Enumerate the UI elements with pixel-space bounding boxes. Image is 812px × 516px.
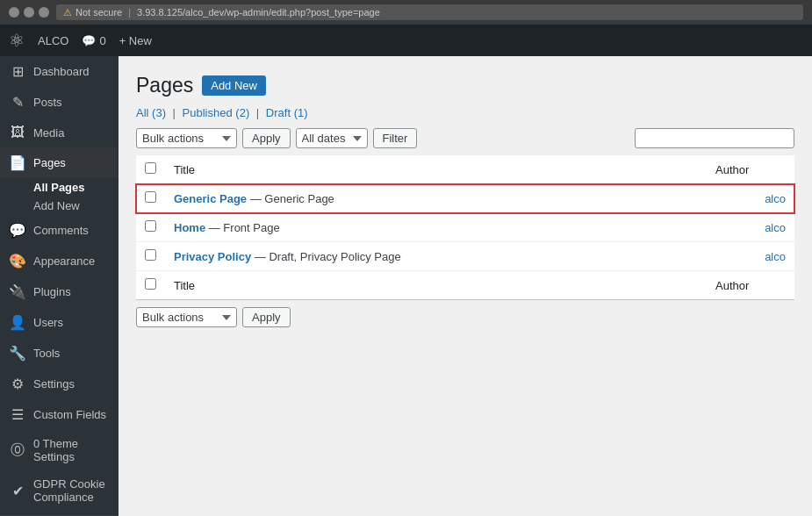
- sidebar: ⊞ Dashboard ✎ Posts 🖼 Media 📄 Pages All …: [0, 56, 119, 516]
- tablenav-bottom: Bulk actionsEditMove to Trash Apply: [136, 307, 794, 327]
- pages-icon: 📄: [9, 154, 26, 171]
- browser-btn-2: [24, 7, 34, 18]
- appearance-icon: 🎨: [9, 253, 26, 269]
- th-checkbox: [136, 155, 165, 184]
- tablenav-top: Bulk actionsEditMove to Trash Apply All …: [136, 128, 794, 148]
- row-author-3: alco: [707, 242, 794, 271]
- sidebar-item-settings[interactable]: ⚙ Settings: [0, 369, 119, 399]
- page-link-2[interactable]: Home: [174, 221, 205, 234]
- apply-button-top[interactable]: Apply: [242, 128, 291, 148]
- sidebar-item-users[interactable]: 👤 Users: [0, 307, 119, 338]
- row-checkbox-1[interactable]: [145, 191, 156, 203]
- filter-button[interactable]: Filter: [373, 128, 418, 148]
- browser-controls: [9, 7, 49, 18]
- author-link-3[interactable]: alco: [765, 250, 786, 263]
- row-author-1: alco: [707, 184, 794, 213]
- sidebar-item-appearance[interactable]: 🎨 Appearance: [0, 246, 119, 276]
- sidebar-item-media[interactable]: 🖼 Media: [0, 118, 119, 147]
- sidebar-label-tools: Tools: [33, 347, 60, 360]
- page-title: Pages: [136, 74, 193, 97]
- apply-button-bottom[interactable]: Apply: [242, 307, 291, 327]
- admin-bar-new[interactable]: + New: [119, 34, 152, 47]
- tools-icon: 🔧: [9, 345, 26, 362]
- add-new-button[interactable]: Add New: [202, 75, 266, 96]
- main-content: Pages Add New All (3) | Published (2) | …: [119, 56, 812, 516]
- th-author: Author: [707, 155, 794, 184]
- comments-count: 0: [99, 34, 105, 47]
- date-filter-select[interactable]: All dates: [296, 128, 368, 148]
- sidebar-item-comments[interactable]: 💬 Comments: [0, 215, 119, 246]
- row-checkbox-3[interactable]: [145, 249, 156, 261]
- sidebar-item-custom-fields[interactable]: ☰ Custom Fields: [0, 399, 119, 430]
- page-title-suffix-3: — Draft, Privacy Policy Page: [255, 250, 401, 263]
- sidebar-label-dashboard: Dashboard: [33, 65, 90, 78]
- filter-draft-link[interactable]: Draft (1): [266, 106, 308, 119]
- sidebar-item-plugins[interactable]: 🔌 Plugins: [0, 276, 119, 307]
- sidebar-item-posts[interactable]: ✎ Posts: [0, 87, 119, 118]
- select-all-footer-checkbox[interactable]: [145, 278, 156, 290]
- plugins-icon: 🔌: [9, 283, 26, 300]
- filter-sep-2: |: [256, 106, 262, 119]
- row-check-1: [136, 184, 165, 213]
- dashboard-icon: ⊞: [9, 63, 26, 80]
- url-separator: |: [128, 7, 131, 18]
- wp-logo[interactable]: ⚛: [9, 30, 25, 51]
- author-link-1[interactable]: alco: [765, 192, 786, 205]
- th-footer-checkbox: [136, 271, 165, 300]
- filter-published-link[interactable]: Published (2): [183, 106, 253, 119]
- sidebar-label-comments: Comments: [33, 224, 89, 237]
- page-title-suffix-1: — Generic Page: [250, 192, 334, 205]
- sidebar-label-pages: Pages: [33, 156, 66, 169]
- row-title-1: Generic Page — Generic Page: [165, 184, 707, 213]
- admin-bar-site-name[interactable]: ALCO: [38, 34, 68, 47]
- select-all-checkbox[interactable]: [145, 162, 156, 174]
- page-title-suffix-2: — Front Page: [209, 221, 280, 234]
- url-text: 3.93.8.125/alco_dev/wp-admin/edit.php?po…: [137, 7, 380, 18]
- theme-settings-icon: ⓪: [9, 441, 26, 460]
- row-checkbox-2[interactable]: [145, 220, 156, 232]
- sidebar-item-theme-settings[interactable]: ⓪ 0 Theme Settings: [0, 430, 119, 470]
- th-footer-title[interactable]: Title: [165, 271, 707, 300]
- sidebar-label-media: Media: [33, 126, 64, 140]
- sidebar-label-gdpr: GDPR Cookie Compliance: [33, 477, 110, 504]
- th-title[interactable]: Title: [165, 155, 707, 184]
- page-link-1[interactable]: Generic Page: [174, 192, 247, 205]
- sidebar-item-tools[interactable]: 🔧 Tools: [0, 338, 119, 369]
- search-area: [635, 128, 794, 148]
- sidebar-item-dashboard[interactable]: ⊞ Dashboard: [0, 56, 119, 87]
- browser-btn-3: [39, 7, 49, 18]
- author-link-2[interactable]: alco: [765, 221, 786, 234]
- sidebar-label-plugins: Plugins: [33, 285, 71, 298]
- search-input[interactable]: [635, 128, 794, 148]
- browser-url-bar[interactable]: ⚠ Not secure | 3.93.8.125/alco_dev/wp-ad…: [56, 4, 803, 20]
- sidebar-label-settings: Settings: [33, 377, 75, 391]
- security-warning-icon: ⚠: [63, 7, 72, 18]
- url-not-secure: Not secure: [75, 7, 122, 18]
- wp-admin-bar: ⚛ ALCO 💬 0 + New: [0, 25, 812, 56]
- admin-bar-comments[interactable]: 💬 0: [82, 34, 105, 47]
- posts-icon: ✎: [9, 94, 26, 111]
- settings-icon: ⚙: [9, 376, 26, 392]
- table-row: Home — Front Page alco: [136, 213, 794, 242]
- page-link-3[interactable]: Privacy Policy: [174, 250, 251, 263]
- bulk-actions-select-top[interactable]: Bulk actionsEditMove to Trash: [136, 128, 237, 148]
- page-heading: Pages Add New: [136, 74, 794, 97]
- comment-icon: 💬: [82, 34, 96, 47]
- users-icon: 👤: [9, 314, 26, 331]
- table-footer-row: Title Author: [136, 271, 794, 300]
- sidebar-sub-all-pages[interactable]: All Pages: [0, 178, 119, 197]
- filter-all-link[interactable]: All (3): [136, 106, 169, 119]
- th-footer-author: Author: [707, 271, 794, 300]
- row-title-2: Home — Front Page: [165, 213, 707, 242]
- sidebar-sub-add-new[interactable]: Add New: [0, 197, 119, 215]
- bulk-actions-select-bottom[interactable]: Bulk actionsEditMove to Trash: [136, 307, 237, 327]
- gdpr-icon: ✔: [9, 483, 26, 499]
- table-header-row: Title Author: [136, 155, 794, 184]
- sidebar-label-custom-fields: Custom Fields: [33, 408, 106, 421]
- media-icon: 🖼: [9, 125, 26, 140]
- sidebar-label-appearance: Appearance: [33, 254, 95, 268]
- wp-layout: ⊞ Dashboard ✎ Posts 🖼 Media 📄 Pages All …: [0, 56, 812, 516]
- sidebar-item-pages[interactable]: 📄 Pages: [0, 147, 119, 178]
- sidebar-item-gdpr[interactable]: ✔ GDPR Cookie Compliance: [0, 470, 119, 511]
- row-check-2: [136, 213, 165, 242]
